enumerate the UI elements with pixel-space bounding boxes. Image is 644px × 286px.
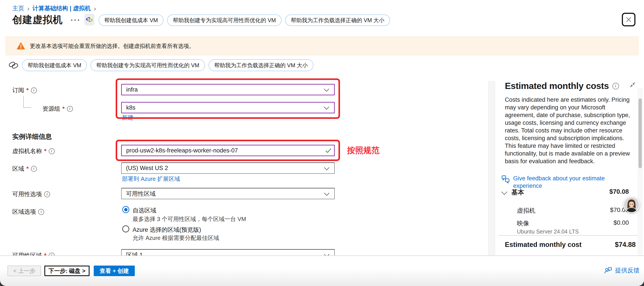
give-feedback-link[interactable]: 提供反馈 <box>604 266 640 274</box>
vm-name-input[interactable] <box>121 145 335 156</box>
info-icon[interactable] <box>49 148 55 154</box>
page-title: 创建虚拟机 <box>12 13 63 26</box>
chevron-down-icon <box>324 104 329 110</box>
estimate-feedback-link-text: Give feedback about your estimate experi… <box>513 175 623 190</box>
breadcrumb-section-link[interactable]: 计算基础结构 | 虚拟机 <box>32 5 91 12</box>
self-selected-zones-radio-label[interactable]: 自选区域 <box>132 206 156 214</box>
suggestion-right-vm-size-button[interactable]: 帮助我为工作负载选择正确的 VM 大小 <box>208 59 314 71</box>
resource-group-dropdown[interactable]: k8s <box>121 102 335 113</box>
deploy-edge-zone-link[interactable]: 部署到 Azure 扩展区域 <box>122 175 180 183</box>
breadcrumb-chevron-icon: › <box>94 6 96 12</box>
copilot-suggestions-row-top: 帮助我创建低成本 VM 帮助我创建专为实现高可用性而优化的 VM 帮助我为工作负… <box>98 15 390 26</box>
suggestion-low-cost-vm-button[interactable]: 帮助我创建低成本 VM <box>98 15 164 26</box>
chevron-down-icon[interactable] <box>501 189 507 195</box>
footer-bar: < 上一步 下一步: 磁盘 > 查看 + 创建 提供反馈 <box>0 255 644 286</box>
suggestion-high-availability-button[interactable]: 帮助我创建专为实现高可用性而优化的 VM <box>167 15 282 26</box>
info-icon[interactable] <box>38 209 44 215</box>
azure-selected-zones-radio-label[interactable]: Azure 选择的区域(预览版) <box>132 226 201 234</box>
give-feedback-link-text: 提供反馈 <box>615 266 640 274</box>
feedback-person-icon <box>604 266 612 274</box>
required-asterisk: * <box>26 165 29 172</box>
feedback-bubbles-icon <box>501 175 510 184</box>
warning-banner: 更改基本选项可能会重置所做的选择。创建虚拟机前查看所有选项。 <box>5 36 639 56</box>
create-new-resource-group-link[interactable]: 新建 <box>122 114 134 121</box>
required-asterisk: * <box>26 87 29 94</box>
warning-banner-text: 更改基本选项可能会重置所做的选择。创建虚拟机前查看所有选项。 <box>30 42 194 50</box>
instance-details-heading: 实例详细信息 <box>12 132 52 141</box>
breadcrumb-chevron-icon: › <box>27 6 30 12</box>
copilot-outline-icon[interactable] <box>8 60 18 70</box>
copilot-button[interactable] <box>84 14 94 26</box>
chevron-down-icon <box>324 165 329 170</box>
copilot-icon <box>86 16 93 24</box>
content-panel-divider <box>488 81 495 255</box>
subscription-label-text: 订阅 <box>12 86 24 94</box>
subscription-dropdown[interactable]: infra <box>121 84 335 95</box>
cost-panel-description: Costs indicated here are estimates only.… <box>505 96 634 165</box>
azure-selected-zones-description: 允许 Azure 根据需要分配最佳区域 <box>132 234 219 242</box>
subscription-label: 订阅* <box>12 86 37 94</box>
resource-group-label: 资源组* <box>42 105 73 113</box>
tree-connector-horizontal <box>23 107 31 108</box>
cost-panel-divider <box>498 235 639 236</box>
cost-panel-title: Estimated monthly costs <box>505 81 609 91</box>
region-label-text: 区域 <box>12 165 24 173</box>
close-icon <box>625 16 632 23</box>
cost-item-sublabel: Ubuntu Server 24.04 LTS <box>517 228 579 235</box>
scrollbar-thumb[interactable] <box>638 98 642 168</box>
info-icon[interactable] <box>31 87 37 93</box>
info-icon[interactable] <box>31 166 37 172</box>
availability-options-value: 可用性区域 <box>126 190 156 198</box>
breadcrumb-home-link[interactable]: 主页 <box>12 5 24 12</box>
next-disks-button[interactable]: 下一步: 磁盘 > <box>44 265 90 276</box>
assistant-avatar[interactable] <box>623 197 640 213</box>
copilot-suggestions-row: 帮助我创建低成本 VM 帮助我创建专为实现高可用性而优化的 VM 帮助我为工作负… <box>8 59 314 71</box>
chevron-down-icon <box>324 86 329 92</box>
cost-total-label: Estimated monthly cost <box>505 241 582 249</box>
availability-options-label: 可用性选项 <box>12 190 50 198</box>
more-options-button[interactable]: ··· <box>71 16 81 24</box>
zone-options-label-text: 区域选项 <box>12 208 36 216</box>
vm-name-label: 虚拟机名称* <box>12 147 55 155</box>
tree-connector-vertical <box>23 96 24 108</box>
previous-button[interactable]: < 上一步 <box>8 265 41 276</box>
azure-selected-zones-radio[interactable] <box>122 225 129 232</box>
cost-group-value: $70.08 <box>609 188 629 197</box>
estimate-feedback-link[interactable]: Give feedback about your estimate experi… <box>501 175 623 190</box>
suggestion-right-vm-size-button[interactable]: 帮助我为工作负载选择正确的 VM 大小 <box>285 15 390 26</box>
self-selected-zones-description: 最多选择 3 个可用性区域，每个区域一台 VM <box>132 215 246 223</box>
region-dropdown[interactable]: (US) West US 2 <box>121 162 335 174</box>
collapse-panel-icon[interactable] <box>630 82 636 88</box>
close-blade-button[interactable] <box>622 13 636 26</box>
cost-group-label: 基本 <box>512 188 524 197</box>
breadcrumb: 主页 › 计算基础结构 | 虚拟机 › <box>12 5 96 12</box>
review-create-button[interactable]: 查看 + 创建 <box>94 265 135 276</box>
required-asterisk: * <box>44 148 46 155</box>
annotation-note: 按照规范 <box>347 145 380 156</box>
info-icon[interactable] <box>612 83 619 89</box>
cost-total-row: Estimated monthly cost $74.88 <box>505 241 636 249</box>
suggestion-low-cost-vm-button[interactable]: 帮助我创建低成本 VM <box>22 59 87 71</box>
info-icon[interactable] <box>44 191 50 197</box>
resource-group-value: k8s <box>126 104 136 111</box>
subscription-value: infra <box>126 86 138 93</box>
chevron-down-icon <box>324 190 329 195</box>
cost-item-row: 虚拟机 $70.08 <box>517 206 629 215</box>
availability-options-dropdown[interactable]: 可用性区域 <box>121 188 335 199</box>
suggestion-high-availability-button[interactable]: 帮助我创建专为实现高可用性而优化的 VM <box>90 59 205 71</box>
info-icon[interactable] <box>67 106 73 112</box>
cost-item-value: $0.00 <box>614 219 629 227</box>
required-asterisk: * <box>62 105 65 112</box>
valid-check-icon <box>325 148 332 154</box>
vm-name-label-text: 虚拟机名称 <box>12 147 42 155</box>
cost-item-label: 虚拟机 <box>517 206 535 215</box>
resource-group-label-text: 资源组 <box>42 105 60 113</box>
cost-group-row[interactable]: 基本 $70.08 <box>512 188 629 197</box>
cost-panel-header: Estimated monthly costs <box>505 81 619 91</box>
zone-options-label: 区域选项 <box>12 208 44 216</box>
self-selected-zones-radio[interactable] <box>122 206 129 213</box>
cost-total-value: $74.88 <box>615 241 636 249</box>
cost-item-row: 映像 $0.00 <box>517 219 629 227</box>
availability-options-label-text: 可用性选项 <box>12 190 42 198</box>
warning-icon <box>17 42 25 50</box>
